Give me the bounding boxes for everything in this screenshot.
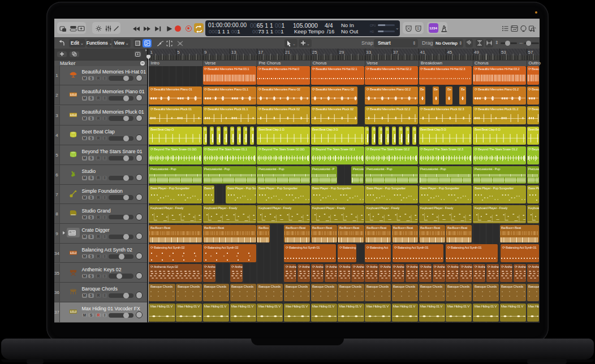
svg-text:S: S xyxy=(417,27,420,31)
